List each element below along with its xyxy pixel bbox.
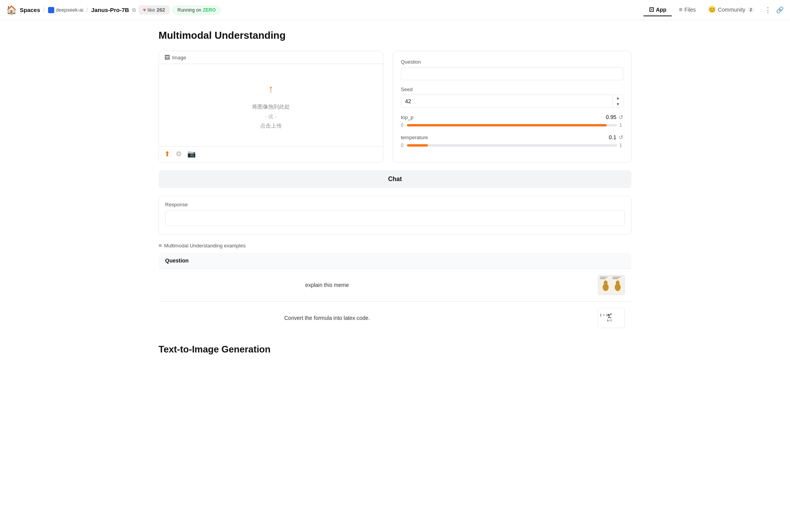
temperature-slider[interactable] [407,144,617,147]
nav-separator: / [43,7,45,14]
seed-label: Seed [401,86,623,92]
svg-rect-4 [606,285,607,288]
top-p-header: top_p 0.95 ↺ [401,114,623,120]
examples-table: Question explain this meme [159,252,631,335]
svg-text:Σ: Σ [608,313,611,319]
spaces-logo-icon: 🏠 [6,5,17,15]
svg-rect-11 [612,277,621,278]
top-p-section: top_p 0.95 ↺ 0 1 [401,114,623,128]
chat-button[interactable]: Chat [159,170,631,188]
response-content [165,211,625,226]
temperature-label: temperature [401,135,428,140]
svg-rect-10 [600,278,606,279]
top-p-max: 1 [619,123,623,128]
example-image-2: 1 + ¾ n Σ k=1 [495,302,631,335]
temperature-track-row: 0 1 [401,143,623,148]
top-p-value: 0.95 [606,114,616,120]
table-row[interactable]: explain this meme [159,269,631,302]
image-icon: 🖼 [164,54,170,60]
image-panel-header: 🖼 Image [159,51,383,64]
upload-drop-area[interactable]: ↑ 将图像拖到此处 - 或 - 点击上传 [159,64,383,146]
svg-text:k=1: k=1 [607,319,612,322]
example-image-1 [495,269,631,302]
top-p-track-row: 0 1 [401,123,623,128]
temperature-section: temperature 0.1 ↺ 0 1 [401,134,623,148]
svg-rect-12 [612,278,619,279]
svg-rect-0 [598,275,624,295]
more-button[interactable]: ⋮ [761,3,774,17]
upload-icon[interactable]: ⬆ [164,150,170,158]
top-p-label: top_p [401,114,414,120]
temperature-value-row: 0.1 ↺ [609,134,623,140]
nav-left: 🏠 Spaces / deepseek-ai / Janus-Pro-7B ⧉ … [6,5,639,15]
tab-community-label: Community [718,7,745,13]
running-label: Running on [178,7,201,13]
spaces-label[interactable]: Spaces [20,7,40,13]
question-input[interactable] [401,67,623,80]
community-icon: 😊 [708,6,716,13]
formula-thumbnail: 1 + ¾ n Σ k=1 [598,308,625,328]
seed-decrement-button[interactable]: ▼ [613,101,623,107]
tab-app[interactable]: ⊡ App [643,3,672,16]
seed-input-wrap: ▲ ▼ [401,95,623,108]
temperature-value: 0.1 [609,134,616,140]
tab-community[interactable]: 😊 Community 2 [703,3,760,16]
table-row[interactable]: Convert the formula into latex code. 1 +… [159,302,631,335]
like-count: 262 [157,7,165,13]
right-panel: Question Seed ▲ ▼ top_p 0.95 ↺ [393,51,631,162]
deepseek-icon [48,7,54,13]
temperature-header: temperature 0.1 ↺ [401,134,623,140]
org-tag[interactable]: deepseek-ai [48,7,83,13]
link-icon[interactable]: 🔗 [776,6,784,14]
meme-thumbnail [598,275,625,295]
like-label: like [148,7,155,13]
example-question-2: Convert the formula into latex code. [159,302,495,335]
nav-right: ⊡ App ≡ Files 😊 Community 2 ⋮ 🔗 [643,3,784,17]
like-button[interactable]: ♥ like 262 [139,5,169,14]
svg-rect-7 [616,285,618,288]
example-question-1: explain this meme [159,269,495,302]
examples-icon: ≡ [159,242,162,249]
examples-header[interactable]: ≡ Multimodal Understanding examples [159,242,631,249]
examples-header-label: Multimodal Understanding examples [164,243,245,249]
upload-arrow-icon: ↑ [268,79,274,99]
seed-input[interactable] [401,95,612,107]
settings-icon[interactable]: ⚙ [176,150,182,158]
examples-col1-header: Question [159,253,495,269]
formula-thumb-content: 1 + ¾ n Σ k=1 [598,308,624,328]
model-name: Janus-Pro-7B [91,7,129,13]
org-name: deepseek-ai [56,7,83,13]
heart-icon: ♥ [143,7,146,13]
camera-icon[interactable]: 📷 [187,150,196,158]
tab-files[interactable]: ≡ Files [673,4,701,16]
top-p-slider[interactable] [407,124,617,126]
top-p-value-row: 0.95 ↺ [606,114,623,120]
top-p-min: 0 [401,123,405,128]
svg-rect-9 [600,277,607,278]
seed-increment-button[interactable]: ▲ [613,95,623,101]
svg-rect-3 [604,285,605,288]
chat-button-row: Chat [159,170,631,188]
main-content: Multimodal Understanding 🖼 Image ↑ 将图像拖到… [143,20,647,364]
bottom-section-title: Text-to-Image Generation [159,344,631,355]
svg-rect-8 [618,285,619,288]
files-icon: ≡ [679,6,682,13]
svg-point-6 [616,280,620,285]
meme-thumb-content [598,275,624,295]
temperature-reset-button[interactable]: ↺ [619,134,623,140]
response-section: Response [159,196,631,235]
copy-icon[interactable]: ⧉ [132,7,136,13]
tab-files-label: Files [685,7,696,13]
temperature-fill [407,144,428,147]
running-badge: Running on ZERO [172,6,221,14]
image-label: Image [172,55,186,60]
drop-text-click: 点击上传 [260,121,282,131]
examples-col2-header [495,253,631,269]
page-title: Multimodal Understanding [159,29,631,41]
upper-section: 🖼 Image ↑ 将图像拖到此处 - 或 - 点击上传 ⬆ ⚙ 📷 Quest… [159,51,631,162]
top-p-fill [407,124,607,126]
nav-separator-2: / [86,7,88,14]
drop-text-main: 将图像拖到此处 [252,102,290,112]
top-p-reset-button[interactable]: ↺ [619,114,623,120]
drop-text-or: - 或 - [266,112,277,121]
